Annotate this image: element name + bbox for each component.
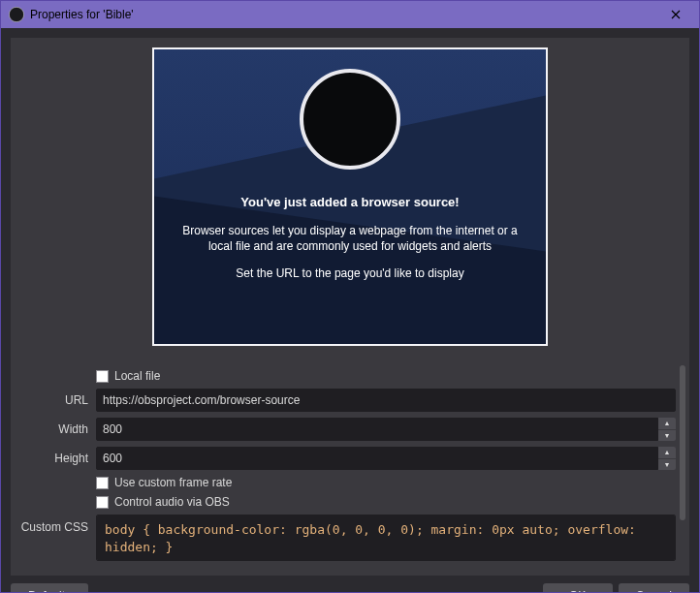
obs-app-icon bbox=[9, 7, 24, 22]
source-preview: You've just added a browser source! Brow… bbox=[152, 47, 548, 346]
local-file-label: Local file bbox=[114, 369, 160, 383]
properties-form: Local file URL Width ▲ ▼ Height bbox=[11, 356, 689, 576]
preview-heading: You've just added a browser source! bbox=[240, 195, 459, 209]
chevron-down-icon[interactable]: ▼ bbox=[658, 430, 676, 442]
dialog-footer: Defaults OK Cancel bbox=[11, 576, 689, 593]
local-file-checkbox[interactable] bbox=[96, 370, 109, 383]
chevron-down-icon[interactable]: ▼ bbox=[658, 459, 676, 471]
ok-button[interactable]: OK bbox=[543, 583, 613, 593]
obs-logo-icon bbox=[300, 69, 400, 170]
preview-body-1: Browser sources let you display a webpag… bbox=[154, 223, 546, 254]
height-spinner[interactable]: ▲ ▼ bbox=[658, 447, 676, 470]
url-input[interactable] bbox=[96, 389, 676, 412]
width-input[interactable] bbox=[96, 418, 658, 441]
defaults-button[interactable]: Defaults bbox=[11, 583, 88, 593]
close-icon bbox=[671, 10, 681, 19]
audio-label: Control audio via OBS bbox=[114, 495, 230, 509]
titlebar: Properties for 'Bible' bbox=[1, 1, 699, 28]
url-label: URL bbox=[20, 393, 96, 407]
frame-rate-row: Use custom frame rate bbox=[20, 476, 676, 489]
css-label: Custom CSS bbox=[20, 515, 96, 534]
dialog-body: You've just added a browser source! Brow… bbox=[1, 28, 699, 592]
svg-point-0 bbox=[9, 7, 23, 21]
custom-css-input[interactable] bbox=[96, 515, 676, 561]
preview-frame: You've just added a browser source! Brow… bbox=[11, 38, 689, 356]
chevron-up-icon[interactable]: ▲ bbox=[658, 418, 676, 430]
audio-checkbox[interactable] bbox=[96, 496, 109, 509]
chevron-up-icon[interactable]: ▲ bbox=[658, 447, 676, 459]
frame-rate-checkbox[interactable] bbox=[96, 477, 109, 489]
window-title: Properties for 'Bible' bbox=[30, 8, 658, 21]
close-button[interactable] bbox=[658, 1, 693, 28]
frame-rate-label: Use custom frame rate bbox=[114, 476, 232, 489]
preview-body-2: Set the URL to the page you'd like to di… bbox=[210, 265, 489, 281]
cancel-button[interactable]: Cancel bbox=[619, 583, 689, 593]
scrollbar[interactable] bbox=[680, 365, 685, 520]
height-label: Height bbox=[20, 452, 96, 465]
audio-row: Control audio via OBS bbox=[20, 495, 676, 509]
width-label: Width bbox=[20, 422, 96, 436]
local-file-row: Local file bbox=[20, 369, 676, 383]
width-spinner[interactable]: ▲ ▼ bbox=[658, 418, 676, 441]
height-input[interactable] bbox=[96, 447, 658, 470]
